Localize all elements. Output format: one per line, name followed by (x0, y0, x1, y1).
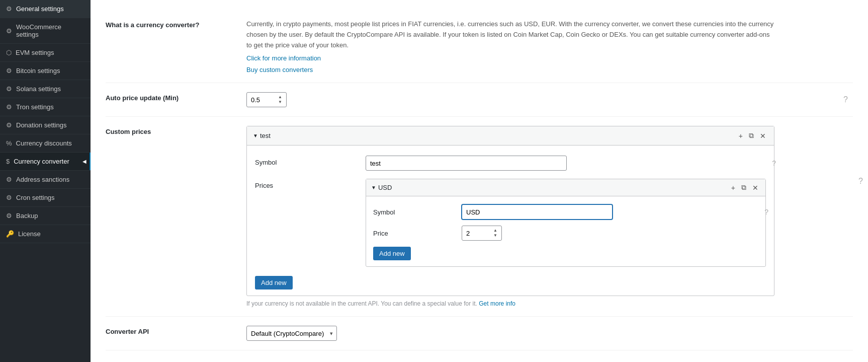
usd-panel-actions: + ⧉ ✕ (729, 182, 760, 193)
sidebar-item-label: Currency discounts (16, 139, 72, 147)
help-icon-usd-symbol[interactable]: ? (764, 208, 768, 216)
auto-price-update-row: Auto price update (Min) ▲ ▼ ? (106, 83, 853, 117)
gear-icon: ⚙ (6, 27, 12, 35)
sidebar-item-label: Address sanctions (16, 176, 69, 183)
currency-converter-description: Currently, in crypto payments, most peop… (246, 19, 774, 50)
price-spinner[interactable]: ▲ ▼ (462, 226, 502, 241)
test-panel-actions: + ⧉ ✕ (737, 130, 768, 141)
converter-api-select[interactable]: Default (CryptoCompare) CoinMarketCap Co… (246, 326, 337, 341)
usd-symbol-label: Symbol (373, 208, 454, 216)
test-panel-header[interactable]: ▼ test + ⧉ ✕ (247, 126, 774, 146)
symbol-input[interactable] (366, 156, 567, 171)
sidebar-item-label: EVM settings (16, 49, 54, 56)
gear-icon: ⚙ (6, 194, 12, 201)
auto-price-update-label: Auto price update (Min) (106, 92, 246, 102)
sidebar-item-currency-discounts[interactable]: % Currency discounts (0, 134, 91, 153)
sidebar-arrow-icon: ◀ (82, 159, 86, 164)
help-icon-converter-info[interactable]: ? (858, 177, 863, 186)
sidebar-item-bitcoin-settings[interactable]: ⚙ Bitcoin settings (0, 62, 91, 80)
price-field-row: Price ▲ ▼ (373, 223, 758, 244)
close-usd-button[interactable]: ✕ (750, 182, 760, 193)
sidebar-item-license[interactable]: 🔑 License (0, 225, 91, 243)
duplicate-usd-button[interactable]: ⧉ (739, 182, 748, 193)
sidebar-item-currency-converter[interactable]: $ Currency converter ◀ (0, 153, 91, 171)
custom-prices-content: ▼ test + ⧉ ✕ Symbol (246, 126, 853, 307)
sidebar-item-label: Donation settings (16, 121, 66, 129)
currency-converter-info-label: What is a currency converter? (106, 19, 246, 29)
usd-panel-title: ▼ USD (371, 184, 392, 191)
sidebar-item-woocommerce-settings[interactable]: ⚙ WooCommerce settings (0, 18, 91, 44)
sidebar-item-label: General settings (16, 5, 64, 13)
gear-icon: ⚙ (6, 85, 12, 93)
symbol-input-wrapper: ? (366, 156, 766, 171)
main-content: What is a currency converter? Currently,… (91, 0, 868, 362)
price-spinner-buttons: ▲ ▼ (492, 228, 498, 238)
sidebar: ⚙ General settings ⚙ WooCommerce setting… (0, 0, 91, 362)
get-more-info-link[interactable]: Get more info (479, 300, 515, 307)
chevron-down-icon: ▼ (253, 133, 258, 138)
sidebar-item-label: WooCommerce settings (16, 23, 84, 38)
usd-symbol-field-row: Symbol ? (373, 201, 758, 223)
sidebar-item-label: Backup (16, 212, 38, 220)
price-label: Price (373, 230, 454, 237)
help-icon-symbol[interactable]: ? (772, 159, 776, 167)
close-panel-button[interactable]: ✕ (758, 130, 768, 141)
add-new-outer-container: Add new (255, 276, 766, 289)
price-spinner-up[interactable]: ▲ (492, 228, 498, 233)
custom-prices-info: If your currency is not available in the… (246, 300, 853, 307)
gear-icon: ⚙ (6, 121, 12, 129)
sidebar-item-label: License (18, 230, 41, 238)
gear-icon: ⚙ (6, 103, 12, 111)
prices-label: Prices (255, 179, 356, 189)
sidebar-item-donation-settings[interactable]: ⚙ Donation settings (0, 116, 91, 134)
duplicate-panel-button[interactable]: ⧉ (747, 130, 756, 141)
buy-custom-converters-link[interactable]: Buy custom converters (246, 66, 853, 74)
spinner-up-button[interactable]: ▲ (277, 95, 283, 100)
usd-symbol-input[interactable] (462, 204, 613, 220)
sidebar-item-solana-settings[interactable]: ⚙ Solana settings (0, 80, 91, 98)
sidebar-item-cron-settings[interactable]: ⚙ Cron settings (0, 189, 91, 207)
auto-price-update-content: ▲ ▼ (246, 92, 853, 107)
converter-api-select-wrapper: Default (CryptoCompare) CoinMarketCap Co… (246, 326, 337, 341)
evm-icon: ⬡ (6, 49, 12, 56)
symbol-field-row: Symbol ? (255, 152, 766, 175)
sidebar-item-address-sanctions[interactable]: ⚙ Address sanctions (0, 171, 91, 189)
price-input-wrapper: ▲ ▼ (462, 226, 758, 241)
add-panel-button[interactable]: + (737, 130, 745, 141)
usd-panel-header[interactable]: ▼ USD + ⧉ ✕ (366, 179, 765, 196)
spinner-buttons: ▲ ▼ (277, 95, 283, 105)
help-icon-auto-price[interactable]: ? (843, 95, 848, 104)
test-panel-body: Symbol ? Prices (247, 146, 774, 296)
sidebar-item-label: Solana settings (16, 85, 61, 93)
gear-icon: ⚙ (6, 67, 12, 75)
gear-icon: ⚙ (6, 212, 12, 220)
test-panel-title: ▼ test (253, 132, 271, 139)
sidebar-item-backup[interactable]: ⚙ Backup (0, 207, 91, 225)
usd-panel: ▼ USD + ⧉ ✕ (366, 179, 766, 267)
converter-api-label: Converter API (106, 326, 246, 335)
sidebar-item-evm-settings[interactable]: ⬡ EVM settings (0, 44, 91, 62)
sidebar-item-label: Cron settings (16, 194, 55, 201)
custom-prices-label: Custom prices (106, 126, 246, 135)
sidebar-item-label: Tron settings (16, 103, 54, 111)
content-area: What is a currency converter? Currently,… (91, 0, 868, 362)
gear-icon: ⚙ (6, 176, 12, 183)
auto-price-update-input[interactable] (251, 96, 276, 104)
sidebar-item-label: Currency converter (14, 158, 69, 165)
gear-icon: ⚙ (6, 5, 12, 13)
add-usd-button[interactable]: + (729, 182, 737, 193)
price-input[interactable] (466, 230, 491, 237)
click-for-more-info-link[interactable]: Click for more information (246, 54, 853, 62)
sidebar-item-tron-settings[interactable]: ⚙ Tron settings (0, 98, 91, 116)
auto-price-update-spinner[interactable]: ▲ ▼ (246, 92, 287, 107)
converter-api-content: Default (CryptoCompare) CoinMarketCap Co… (246, 326, 853, 341)
percent-icon: % (6, 139, 12, 147)
sidebar-item-general-settings[interactable]: ⚙ General settings (0, 0, 91, 18)
custom-prices-panel: ▼ test + ⧉ ✕ Symbol (246, 126, 774, 296)
usd-panel-body: Symbol ? Price (366, 196, 765, 266)
custom-prices-row: Custom prices ▼ test + ⧉ ✕ (106, 117, 853, 317)
add-new-inner-button[interactable]: Add new (373, 247, 411, 260)
add-new-outer-button[interactable]: Add new (255, 276, 293, 289)
price-spinner-down[interactable]: ▼ (492, 233, 498, 238)
spinner-down-button[interactable]: ▼ (277, 100, 283, 105)
